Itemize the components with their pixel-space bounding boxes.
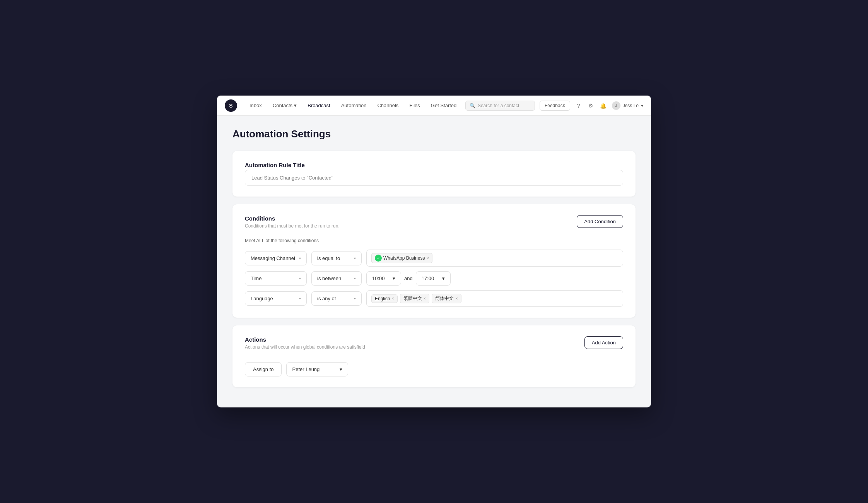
value-tags-whatsapp: ✓ WhatsApp Business × [366,250,623,267]
operator-dropdown-between[interactable]: is between ▾ [311,271,362,286]
avatar: J [612,101,620,110]
operator-dropdown-any-of[interactable]: is any of ▾ [311,291,362,306]
conditions-header: Conditions Conditions that must be met f… [245,215,623,235]
assignee-select[interactable]: Peter Leung ▾ [286,362,348,376]
rule-title-card: Automation Rule Title [232,151,636,197]
tag-traditional-chinese: 繁體中文 × [400,294,429,303]
action-row: Assign to Peter Leung ▾ [245,362,623,376]
field-dropdown-language[interactable]: Language ▾ [245,291,307,306]
chevron-down-icon: ▾ [354,276,356,281]
tag-whatsapp-business: ✓ WhatsApp Business × [371,253,432,263]
assign-to-label: Assign to [245,362,282,376]
conditions-info: Conditions Conditions that must be met f… [245,215,340,235]
app-logo[interactable]: S [225,99,237,112]
condition-row: Messaging Channel ▾ is equal to ▾ ✓ What… [245,250,623,267]
condition-row: Language ▾ is any of ▾ English × 繁體中文 [245,290,623,307]
operator-dropdown-equal-to[interactable]: is equal to ▾ [311,251,362,265]
conditions-desc: Conditions that must be met for the run … [245,223,340,229]
actions-desc: Actions that will occur when global cond… [245,344,365,350]
tag-simplified-chinese: 简体中文 × [432,294,461,303]
help-icon[interactable]: ? [575,102,583,109]
chevron-down-icon: ▾ [393,275,395,281]
search-icon: 🔍 [470,103,475,108]
conditions-title: Conditions [245,215,340,222]
nav-item-automation[interactable]: Automation [337,100,371,111]
rule-title-label: Automation Rule Title [245,162,623,168]
actions-info: Actions Actions that will occur when glo… [245,336,365,356]
nav-right: 🔍 Search for a contact Feedback ? ⚙ 🔔 J … [465,101,643,111]
meet-all-label: Meet ALL of the following conditions [245,238,623,243]
main-content: Automation Settings Automation Rule Titl… [217,116,651,407]
whatsapp-icon: ✓ [375,255,382,262]
chevron-down-icon: ▾ [641,103,643,108]
value-tags-language: English × 繁體中文 × 简体中文 × [366,290,623,307]
condition-rows: Messaging Channel ▾ is equal to ▾ ✓ What… [245,250,623,307]
field-dropdown-messaging-channel[interactable]: Messaging Channel ▾ [245,251,307,265]
time-start-select[interactable]: 10:00 ▾ [366,271,401,286]
nav-item-get-started[interactable]: Get Started [426,100,461,111]
time-end-select[interactable]: 17:00 ▾ [416,271,451,286]
navbar: S Inbox Contacts ▾ Broadcast Automation … [217,96,651,116]
search-bar[interactable]: 🔍 Search for a contact [465,101,535,111]
chevron-down-icon: ▾ [340,366,342,372]
user-name: Jess Lo [623,103,639,108]
actions-header: Actions Actions that will occur when glo… [245,336,623,356]
user-menu[interactable]: J Jess Lo ▾ [612,101,643,110]
nav-item-contacts[interactable]: Contacts ▾ [268,100,301,111]
page-title: Automation Settings [232,128,636,140]
chevron-down-icon: ▾ [354,256,356,260]
remove-tag-button[interactable]: × [426,256,429,260]
rule-title-input[interactable] [245,170,623,186]
remove-tag-button[interactable]: × [424,296,426,301]
notifications-icon[interactable]: 🔔 [600,102,607,109]
nav-item-inbox[interactable]: Inbox [245,100,267,111]
feedback-button[interactable]: Feedback [540,101,570,111]
remove-tag-button[interactable]: × [455,296,458,301]
chevron-down-icon: ▾ [299,276,301,281]
nav-item-files[interactable]: Files [405,100,424,111]
actions-card: Actions Actions that will occur when glo… [232,325,636,387]
time-between-row: 10:00 ▾ and 17:00 ▾ [366,271,623,286]
tag-english: English × [371,294,398,303]
chevron-down-icon: ▾ [354,296,356,301]
actions-title: Actions [245,336,365,343]
add-condition-button[interactable]: Add Condition [577,215,623,228]
add-action-button[interactable]: Add Action [584,336,623,349]
conditions-card: Conditions Conditions that must be met f… [232,204,636,318]
field-dropdown-time[interactable]: Time ▾ [245,271,307,286]
search-placeholder: Search for a contact [478,103,519,108]
chevron-down-icon: ▾ [299,256,301,260]
settings-icon[interactable]: ⚙ [587,102,595,109]
remove-tag-button[interactable]: × [391,296,394,301]
nav-links: Inbox Contacts ▾ Broadcast Automation Ch… [245,100,465,111]
nav-item-channels[interactable]: Channels [372,100,403,111]
and-label: and [404,275,413,281]
chevron-down-icon: ▾ [299,296,301,301]
nav-item-broadcast[interactable]: Broadcast [303,100,335,111]
condition-row: Time ▾ is between ▾ 10:00 ▾ and [245,271,623,286]
chevron-down-icon: ▾ [442,275,445,281]
